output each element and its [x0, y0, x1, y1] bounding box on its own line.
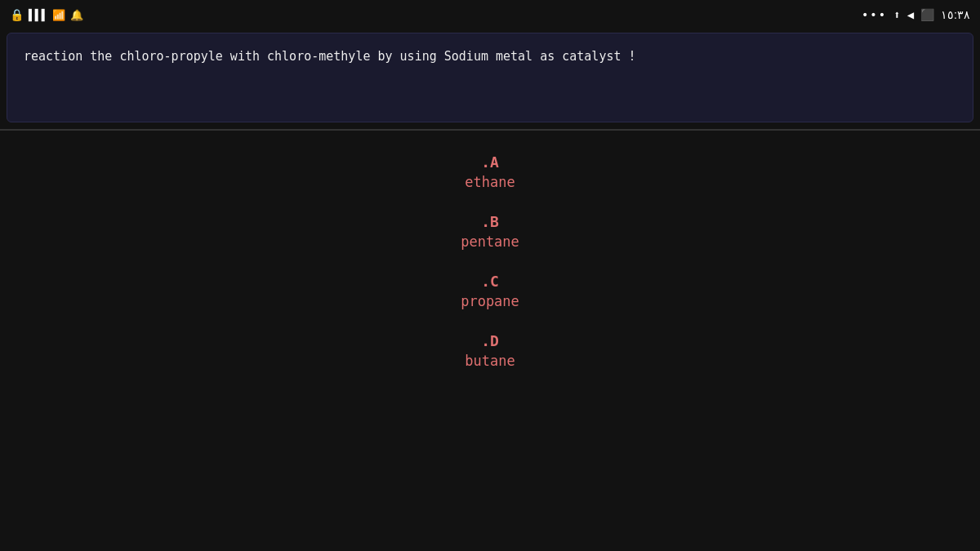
answer-value-b: pentane: [461, 233, 519, 250]
wifi-icon: 📶: [52, 9, 65, 21]
divider: [0, 129, 980, 131]
answer-item-a[interactable]: .A ethane: [465, 153, 514, 190]
status-bar-right: ••• ⬆ ◀ ⬛ ١٥:٣٨: [862, 8, 970, 21]
answer-label-b: .B: [481, 213, 499, 230]
answer-label-d: .D: [481, 332, 499, 349]
answer-item-d[interactable]: .D butane: [465, 332, 514, 369]
signal-icon: ▌▌▌: [29, 9, 47, 21]
question-text: reaction the chloro-propyle with chloro-…: [24, 47, 956, 66]
upload-icon: ⬆: [893, 8, 900, 21]
status-bar: 🔒 ▌▌▌ 📶 🔔 ••• ⬆ ◀ ⬛ ١٥:٣٨: [0, 0, 980, 29]
answer-value-a: ethane: [465, 174, 514, 190]
answer-label-c: .C: [481, 273, 499, 290]
status-bar-left: 🔒 ▌▌▌ 📶 🔔: [10, 8, 83, 21]
time-display: ١٥:٣٨: [941, 8, 970, 21]
answer-value-d: butane: [465, 353, 514, 369]
answer-item-c[interactable]: .C propane: [461, 273, 519, 309]
answer-label-a: .A: [481, 153, 499, 171]
navigation-icon: ◀: [907, 8, 914, 21]
screenshot-icon: ⬛: [920, 8, 934, 21]
battery-icon: 🔔: [70, 9, 83, 21]
answer-item-b[interactable]: .B pentane: [461, 213, 519, 250]
answer-value-c: propane: [461, 293, 519, 309]
more-options-icon: •••: [862, 8, 887, 21]
answers-section: .A ethane .B pentane .C propane .D butan…: [0, 137, 980, 392]
lock-icon: 🔒: [10, 8, 24, 21]
question-section: reaction the chloro-propyle with chloro-…: [7, 33, 973, 122]
